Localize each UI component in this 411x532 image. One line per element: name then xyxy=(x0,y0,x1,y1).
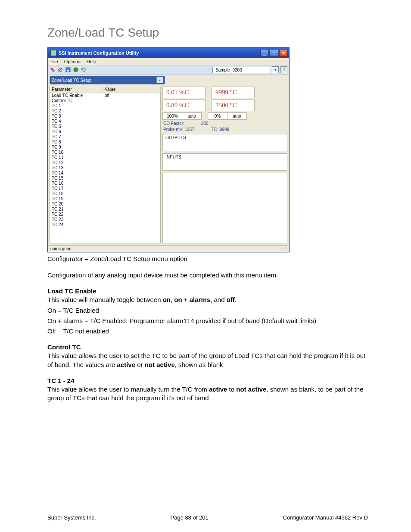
minimize-button[interactable]: _ xyxy=(260,49,269,57)
menu-options[interactable]: Options xyxy=(64,59,81,64)
table-row[interactable]: TC 22 xyxy=(50,212,161,217)
gauge1-value: 100% xyxy=(162,112,182,120)
cell-value xyxy=(103,186,161,191)
maximize-button[interactable]: □ xyxy=(270,49,278,57)
sample-name-box: Sample_9200 xyxy=(212,67,270,73)
gauge2-value: 0% xyxy=(208,112,227,120)
connect-icon[interactable] xyxy=(50,67,56,73)
table-row[interactable]: TC 11 xyxy=(50,155,161,160)
gauge2-mode: auto xyxy=(227,112,247,120)
cell-parameter: TC 11 xyxy=(50,155,103,160)
cell-value xyxy=(103,217,161,222)
page-title: Zone/Load TC Setup xyxy=(47,26,368,40)
cell-value xyxy=(103,119,161,124)
cell-value xyxy=(103,181,161,186)
table-row[interactable]: TC 10 xyxy=(50,150,161,155)
table-row[interactable]: TC 2 xyxy=(50,109,161,114)
table-row[interactable]: Control TC xyxy=(50,98,161,103)
table-row[interactable]: TC 15 xyxy=(50,176,161,181)
col-parameter[interactable]: Parameter xyxy=(50,86,103,93)
table-row[interactable]: TC 24 xyxy=(50,222,161,227)
intro-text: Configuration of any analog input device… xyxy=(47,271,368,280)
table-row[interactable]: TC 6 xyxy=(50,129,161,134)
readout-percent-c-sp: 0.80 %C xyxy=(162,100,206,111)
cell-value xyxy=(103,160,161,165)
load-tc-line1: This value will manually toggle between … xyxy=(47,296,368,304)
table-row[interactable]: TC 7 xyxy=(50,134,161,140)
heading-load-tc: Load TC Enable xyxy=(47,287,368,295)
chevron-down-icon[interactable]: ▾ xyxy=(156,77,163,83)
cell-value xyxy=(103,145,161,150)
app-icon xyxy=(50,50,56,56)
cell-parameter: TC 9 xyxy=(50,145,103,150)
table-row[interactable]: TC 12 xyxy=(50,160,161,165)
table-row[interactable]: TC 14 xyxy=(50,171,161,176)
status-bar: coms good ⋰ xyxy=(48,245,289,252)
cell-parameter: TC 24 xyxy=(50,222,103,227)
parameter-table: Parameter Value Load TC EnableoffControl… xyxy=(50,86,161,243)
cell-parameter: TC 22 xyxy=(50,212,103,217)
table-row[interactable]: TC 17 xyxy=(50,186,161,191)
table-row[interactable]: TC 5 xyxy=(50,124,161,129)
cell-value xyxy=(103,202,161,207)
heading-control-tc: Control TC xyxy=(47,343,368,351)
heading-tc-range: TC 1 - 24 xyxy=(47,377,368,384)
table-row[interactable]: TC 4 xyxy=(50,119,161,124)
cell-parameter: Load TC Enable xyxy=(50,93,103,99)
table-row[interactable]: TC 13 xyxy=(50,165,161,171)
readout-temp-sp: 1500 °C xyxy=(212,100,255,111)
readout-percent-c-pv: 0.01 %C xyxy=(162,87,206,98)
table-row[interactable]: Load TC Enableoff xyxy=(50,93,161,99)
cell-parameter: TC 1 xyxy=(50,103,103,109)
table-row[interactable]: TC 20 xyxy=(50,202,161,207)
cell-parameter: TC 23 xyxy=(50,217,103,222)
table-row[interactable]: TC 1 xyxy=(50,103,161,109)
table-row[interactable]: TC 18 xyxy=(50,191,161,196)
cell-parameter: TC 10 xyxy=(50,150,103,155)
save-icon[interactable] xyxy=(65,67,71,73)
globe-icon[interactable] xyxy=(73,67,79,73)
cell-value xyxy=(103,109,161,114)
table-row[interactable]: TC 21 xyxy=(50,207,161,212)
cell-parameter: TC 6 xyxy=(50,129,103,134)
footer-right: Configurator Manual #4562 Rev D xyxy=(283,514,368,521)
table-row[interactable]: TC 3 xyxy=(50,114,161,119)
info-line: CO Factor: 200 xyxy=(162,121,287,126)
resize-grip-icon[interactable]: ⋰ xyxy=(282,246,286,251)
cell-value: off xyxy=(103,93,161,99)
table-row[interactable]: TC 23 xyxy=(50,217,161,222)
load-tc-line3: On + alarms – T/C Enabled, Programmer al… xyxy=(47,317,368,325)
cell-parameter: TC 12 xyxy=(50,160,103,165)
output-gauge-2: 0% auto xyxy=(208,112,247,120)
view-selector[interactable]: Zone/Load TC Setup ▾ xyxy=(50,76,165,84)
menu-help[interactable]: Help xyxy=(87,59,97,64)
cell-parameter: TC 3 xyxy=(50,114,103,119)
readout-temp-pv: 9999 °C xyxy=(212,87,255,98)
footer-center: Page 88 of 201 xyxy=(171,514,209,521)
cell-parameter: TC 5 xyxy=(50,124,103,129)
table-row[interactable]: TC 9 xyxy=(50,145,161,150)
cell-value xyxy=(103,212,161,217)
toolbar-help-button[interactable]: ? xyxy=(280,66,287,73)
outputs-box: OUTPUTS xyxy=(162,134,287,151)
table-row[interactable]: TC 19 xyxy=(50,196,161,202)
table-row[interactable]: TC 8 xyxy=(50,140,161,145)
cell-value xyxy=(103,176,161,181)
cell-parameter: TC 15 xyxy=(50,176,103,181)
col-value[interactable]: Value xyxy=(103,86,161,93)
disconnect-icon[interactable] xyxy=(57,67,63,73)
toolbar: Sample_9200 ▾ ? xyxy=(48,65,289,75)
screenshot-caption: Configurator – Zone/Load TC Setup menu o… xyxy=(47,255,368,262)
cell-parameter: TC 17 xyxy=(50,186,103,191)
footer-left: Super Systems Inc. xyxy=(47,514,96,521)
table-row[interactable]: TC 16 xyxy=(50,181,161,186)
toolbar-dropdown-button[interactable]: ▾ xyxy=(272,66,279,73)
menubar: File Options Help xyxy=(48,58,289,65)
tc-range-text: This value allows the user to manually t… xyxy=(47,385,368,403)
cell-value xyxy=(103,196,161,202)
menu-file[interactable]: File xyxy=(50,59,58,64)
refresh-icon[interactable] xyxy=(81,67,87,73)
cell-value xyxy=(103,140,161,145)
close-button[interactable]: ✕ xyxy=(279,49,288,57)
svg-line-2 xyxy=(52,69,53,70)
